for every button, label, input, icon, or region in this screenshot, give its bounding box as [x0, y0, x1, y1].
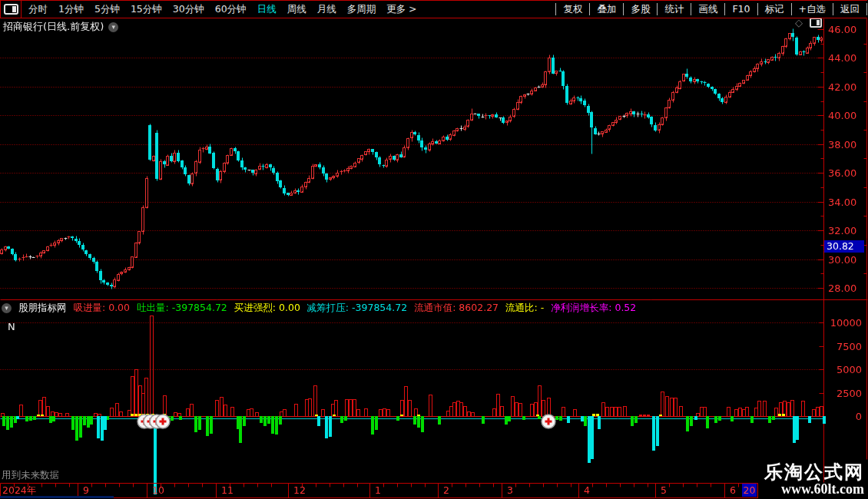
indicator-field: 减筹打压: -397854.72: [307, 302, 407, 315]
chart-title: 招商银行(日线.前复权): [3, 20, 104, 34]
menu-item-1分钟[interactable]: 1分钟: [58, 3, 84, 16]
price-axis-label: 28.00: [828, 283, 866, 294]
indicator-axis-label: 0: [828, 411, 862, 422]
indicator-header: ▾ 股朋指标网 吸进量: 0.00吐出量: -397854.72买进强烈: 0.…: [2, 302, 636, 314]
timeline-month-label: 10: [152, 484, 164, 496]
menu-item-更多 >[interactable]: 更多 >: [386, 3, 416, 16]
indicator-source-label: 股朋指标网: [18, 302, 67, 315]
menu-item-周线[interactable]: 周线: [287, 3, 306, 16]
timeline-highlight-box: 20: [742, 484, 757, 497]
chart-corner-icons: ◇: [795, 17, 822, 28]
price-axis-label: 32.00: [828, 225, 866, 236]
menu-item-叠加[interactable]: 叠加: [589, 3, 623, 15]
panel-toggle-button[interactable]: [1, 1, 22, 18]
chart-canvas[interactable]: [0, 0, 868, 499]
price-axis-label: 34.00: [828, 197, 866, 208]
indicator-axis-label: 5000: [828, 364, 862, 375]
menu-item-分时[interactable]: 分时: [28, 3, 48, 16]
indicator-field: 流通市值: 8602.27: [414, 302, 499, 315]
indicator-field: 吸进量: 0.00: [74, 302, 131, 315]
timeline-month-label: 2: [443, 484, 449, 496]
price-axis-label: 44.00: [828, 52, 866, 64]
menu-item-30分钟[interactable]: 30分钟: [173, 3, 204, 16]
menu-item-标记[interactable]: 标记: [757, 3, 791, 15]
current-price-tag: 30.82: [824, 240, 864, 253]
top-menu-bar: 分时1分钟5分钟15分钟30分钟60分钟日线周线月线多周期更多 > 复权叠加多股…: [0, 0, 867, 18]
future-data-note: 用到未来数据: [2, 469, 59, 482]
price-axis-label: 36.00: [828, 167, 866, 179]
diamond-icon[interactable]: ◇: [795, 17, 803, 28]
panel-toggle-icon: [4, 4, 18, 15]
menu-item-多股[interactable]: 多股: [623, 3, 657, 15]
indicator-field: 流通比: -: [505, 302, 544, 315]
indicator-dropdown-icon[interactable]: ▾: [2, 303, 12, 313]
menu-item-统计[interactable]: 统计: [657, 3, 691, 15]
indicator-n-label: N: [8, 321, 15, 332]
indicator-field: 吐出量: -397854.72: [137, 302, 227, 315]
menu-item-F10[interactable]: F10: [724, 3, 757, 15]
menu-item-画线[interactable]: 画线: [691, 3, 724, 15]
price-axis-label: 38.00: [828, 139, 866, 150]
indicator-field: 净利润增长率: 0.52: [551, 302, 636, 315]
timeline-year-label: 2024年: [2, 484, 36, 497]
timeline-month-label: 4: [584, 484, 590, 496]
timeline-month-label: 12: [293, 484, 306, 496]
menu-item-复权[interactable]: 复权: [555, 3, 589, 15]
watermark-url: www.60lt.com: [764, 481, 864, 497]
timeline-month-label: 9: [83, 484, 89, 496]
timeline-month-label: 11: [221, 484, 234, 496]
watermark-site-name: 乐淘公式网: [764, 463, 864, 481]
price-axis-label: 30.00: [828, 254, 866, 266]
indicator-axis-label: 2500: [828, 388, 862, 399]
tools-menu: 复权叠加多股统计画线F10标记+自选返回: [555, 1, 867, 18]
menu-item-5分钟[interactable]: 5分钟: [94, 3, 120, 16]
indicator-axis-label: 7500: [828, 341, 862, 352]
timeline-month-label: 6: [730, 484, 736, 496]
indicator-axis-label: 10000: [828, 317, 862, 329]
menu-item-多周期[interactable]: 多周期: [347, 3, 376, 16]
price-axis-label: 42.00: [828, 81, 866, 93]
menu-item-返回[interactable]: 返回: [833, 3, 867, 15]
menu-item-15分钟[interactable]: 15分钟: [131, 3, 162, 16]
title-row: 招商银行(日线.前复权) ▾: [3, 20, 118, 34]
timeline-month-label: 5: [661, 484, 667, 496]
timeline-month-label: 1: [375, 484, 381, 496]
indicator-field: 买进强烈: 0.00: [234, 302, 300, 315]
menu-item-+自选[interactable]: +自选: [791, 3, 833, 15]
price-axis-label: 46.00: [828, 24, 866, 35]
period-menu: 分时1分钟5分钟15分钟30分钟60分钟日线周线月线多周期更多 >: [28, 3, 417, 16]
timeline-month-label: 3: [507, 484, 513, 496]
watermark: 乐淘公式网 www.60lt.com: [764, 463, 864, 497]
app-window: 分时1分钟5分钟15分钟30分钟60分钟日线周线月线多周期更多 > 复权叠加多股…: [0, 0, 868, 499]
menu-item-月线[interactable]: 月线: [317, 3, 336, 16]
indicator-fields: 吸进量: 0.00吐出量: -397854.72买进强烈: 0.00减筹打压: …: [74, 302, 637, 315]
price-axis-label: 40.00: [828, 110, 866, 121]
menu-item-日线[interactable]: 日线: [257, 3, 277, 16]
title-dropdown-icon[interactable]: ▾: [108, 22, 118, 32]
maximize-panel-icon[interactable]: [810, 18, 822, 28]
menu-item-60分钟[interactable]: 60分钟: [215, 3, 247, 16]
